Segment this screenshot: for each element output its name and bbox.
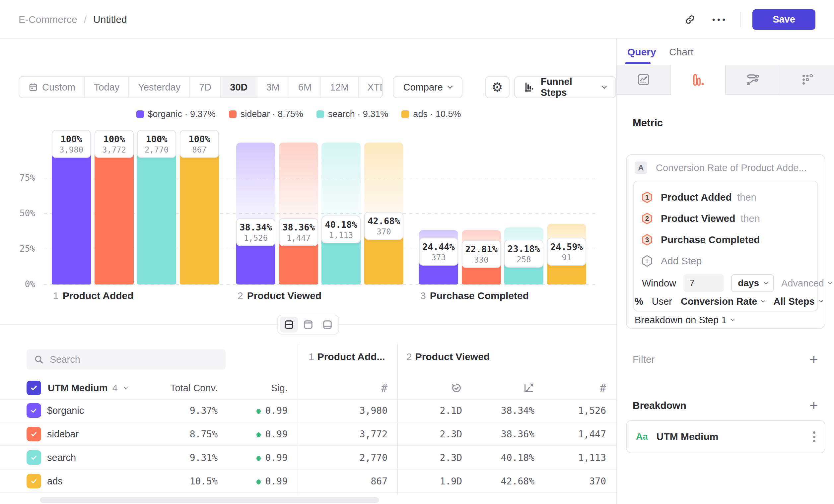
query-step-2[interactable]: 2 Product Viewed then bbox=[642, 208, 809, 229]
step-number-badge: 1 bbox=[642, 192, 652, 203]
layout-toggle-group bbox=[277, 315, 339, 335]
range-7d[interactable]: 7D bbox=[190, 77, 220, 97]
funnel-steps-card: 1 Product Added then 2 Product Viewed th… bbox=[633, 181, 818, 311]
chart-type-selector bbox=[617, 65, 834, 95]
table-row[interactable]: search9.31%0.992,7702.3D40.18%1,113 bbox=[0, 446, 616, 469]
funnel-bar[interactable] bbox=[180, 143, 219, 284]
table-search bbox=[26, 349, 225, 370]
save-button[interactable]: Save bbox=[752, 9, 815, 30]
metric-badge: A bbox=[635, 161, 647, 174]
chart-type-retention[interactable] bbox=[780, 65, 834, 95]
more-menu-icon[interactable]: ••• bbox=[710, 10, 729, 29]
step-label: 2Product Viewed bbox=[238, 290, 322, 301]
breadcrumb-parent[interactable]: E-Commerce bbox=[19, 14, 77, 25]
header-divider bbox=[741, 12, 741, 27]
window-unit-select[interactable]: days bbox=[731, 274, 774, 292]
breadcrumb-current[interactable]: Untitled bbox=[93, 14, 127, 25]
legend-swatch bbox=[136, 110, 144, 118]
legend-item[interactable]: $organic · 9.37% bbox=[136, 109, 216, 119]
calendar-icon bbox=[28, 82, 38, 92]
y-axis-tick: 75% bbox=[10, 173, 35, 183]
flows-icon bbox=[746, 73, 760, 87]
range-custom[interactable]: Custom bbox=[19, 77, 84, 97]
bar-value-label: 23.18%258 bbox=[504, 240, 543, 268]
breakdown-item-label: UTM Medium bbox=[657, 431, 719, 442]
table-row[interactable]: ads10.5%0.998671.9D42.68%370 bbox=[0, 469, 616, 493]
active-tab-underline bbox=[626, 62, 651, 64]
breadcrumb-separator: / bbox=[84, 14, 87, 25]
range-12m[interactable]: 12M bbox=[321, 77, 358, 97]
tab-query[interactable]: Query bbox=[627, 39, 656, 65]
table-row[interactable]: $organic9.37%0.993,9802.1D38.34%1,526 bbox=[0, 399, 616, 422]
query-step-1[interactable]: 1 Product Added then bbox=[642, 187, 809, 208]
bar-value-label: 22.81%330 bbox=[462, 240, 501, 268]
chart-type-insights[interactable] bbox=[617, 65, 671, 95]
steps-scope-select[interactable]: All Steps bbox=[773, 296, 822, 307]
chart-settings-button[interactable]: ⚙ bbox=[485, 76, 509, 98]
entity-label[interactable]: User bbox=[652, 296, 672, 307]
funnel-bar[interactable] bbox=[52, 143, 91, 284]
breakdown-item[interactable]: Aa UTM Medium bbox=[626, 420, 826, 453]
row-step2-count: 1,447 bbox=[0, 422, 606, 446]
legend-item[interactable]: search · 9.31% bbox=[316, 109, 389, 119]
date-range-picker: CustomTodayYesterday7D30D3M6M12MXTD bbox=[19, 76, 383, 98]
chevron-down-icon bbox=[764, 280, 768, 284]
range-today[interactable]: Today bbox=[84, 77, 128, 97]
layout-table-only-button[interactable] bbox=[319, 317, 336, 333]
chevron-down-icon bbox=[730, 317, 735, 321]
y-axis-tick: 25% bbox=[10, 244, 35, 254]
legend-swatch bbox=[229, 110, 237, 118]
add-filter-icon[interactable]: + bbox=[809, 352, 818, 367]
layout-chart-only-button[interactable] bbox=[299, 317, 317, 333]
range-yesterday[interactable]: Yesterday bbox=[128, 77, 190, 97]
query-step-3[interactable]: 3 Purchase Completed bbox=[642, 229, 809, 250]
bar-value-label: 42.68%370 bbox=[364, 212, 403, 240]
add-breakdown-icon[interactable]: + bbox=[809, 398, 818, 413]
chart-toolbar: CustomTodayYesterday7D30D3M6M12MXTD Comp… bbox=[19, 76, 616, 98]
add-step-icon: + bbox=[642, 255, 652, 267]
legend-swatch bbox=[401, 110, 409, 118]
step2-count-column[interactable]: # bbox=[0, 377, 606, 399]
layout-split-button[interactable] bbox=[280, 317, 298, 333]
string-property-icon: Aa bbox=[636, 431, 648, 442]
bar-value-label: 24.44%373 bbox=[419, 238, 458, 266]
y-axis-tick: 50% bbox=[10, 208, 35, 218]
window-value-input[interactable] bbox=[683, 274, 724, 292]
kebab-menu-icon[interactable] bbox=[813, 431, 815, 442]
range-xtd[interactable]: XTD bbox=[358, 77, 383, 97]
legend-item[interactable]: sidebar · 8.75% bbox=[229, 109, 303, 119]
breakdown-heading: Breakdown bbox=[633, 400, 686, 411]
add-step-button[interactable]: + Add Step bbox=[642, 250, 809, 272]
top-bar: E-Commerce / Untitled ••• Save bbox=[0, 0, 834, 39]
breakdown-section: Breakdown + bbox=[633, 398, 818, 413]
metric-type-select[interactable]: Conversion Rate bbox=[681, 296, 765, 307]
breakdown-on-step-select[interactable]: Breakdown on Step 1 bbox=[635, 313, 734, 327]
legend-item[interactable]: ads · 10.5% bbox=[401, 109, 461, 119]
table-step2-header: 2Product Viewed bbox=[407, 351, 490, 362]
advanced-toggle[interactable]: Advanced bbox=[781, 278, 832, 289]
search-input[interactable] bbox=[50, 354, 218, 365]
range-3m[interactable]: 3M bbox=[257, 77, 289, 97]
metric-summary-row[interactable]: A Conversion Rate of Product Adde... bbox=[635, 161, 807, 175]
funnel-bar[interactable] bbox=[137, 143, 176, 284]
metric-section-heading: Metric bbox=[633, 117, 663, 129]
funnel-bar[interactable] bbox=[94, 143, 134, 284]
compare-button[interactable]: Compare bbox=[393, 76, 462, 98]
chart-view-selector[interactable]: Funnel Steps bbox=[514, 76, 616, 98]
chart-legend: $organic · 9.37%sidebar · 8.75%search · … bbox=[0, 109, 597, 119]
report-canvas: CustomTodayYesterday7D30D3M6M12MXTD Comp… bbox=[0, 39, 616, 504]
chevron-down-icon bbox=[447, 84, 453, 89]
metric-card: A Conversion Rate of Product Adde... 1 P… bbox=[626, 154, 826, 329]
bar-value-label: 38.36%1,447 bbox=[279, 218, 318, 246]
share-link-icon[interactable] bbox=[681, 10, 699, 29]
chart-type-flows[interactable] bbox=[725, 65, 780, 95]
table-header-row: UTM Medium 4 Total Conv. Sig. # # bbox=[0, 377, 616, 399]
tab-chart[interactable]: Chart bbox=[669, 39, 693, 65]
range-30d[interactable]: 30D bbox=[220, 77, 257, 97]
filter-section: Filter + bbox=[633, 352, 818, 367]
bar-value-label: 100%3,772 bbox=[94, 130, 134, 158]
chart-type-funnels[interactable] bbox=[671, 65, 725, 95]
horizontal-scrollbar[interactable] bbox=[40, 497, 379, 503]
table-row[interactable]: sidebar8.75%0.993,7722.3D38.36%1,447 bbox=[0, 422, 616, 446]
range-6m[interactable]: 6M bbox=[289, 77, 321, 97]
